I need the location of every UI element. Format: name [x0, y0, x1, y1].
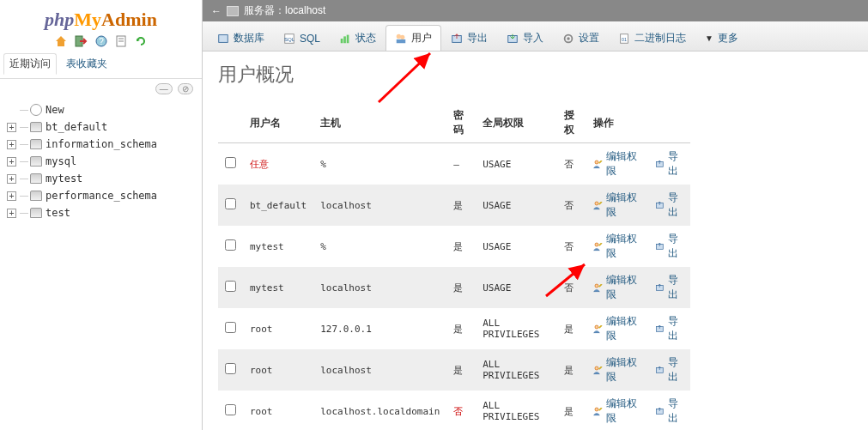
- edit-privileges-link[interactable]: 编辑权限: [606, 273, 637, 302]
- docs-icon[interactable]: [114, 34, 128, 48]
- tree-db-item[interactable]: +performance_schema: [7, 187, 195, 204]
- tab-icon: [339, 33, 351, 45]
- cell-host: %: [313, 143, 446, 185]
- db-label: mytest: [46, 173, 82, 185]
- content: 用户概况 用户名 主机 密码 全局权限 授权 操作 任意%—USAGE否编辑权限…: [203, 51, 868, 430]
- cell-grant: 否: [557, 267, 586, 308]
- row-checkbox[interactable]: [225, 198, 236, 209]
- sidebar-collapse-controls: — ⊘: [0, 79, 202, 98]
- sidebar-tab-recent[interactable]: 近期访问: [3, 53, 57, 75]
- tree-db-item[interactable]: +information_schema: [7, 136, 195, 153]
- tab-导出[interactable]: 导出: [441, 25, 497, 51]
- main-tabs: 数据库SQLSQL状态用户导出导入设置01二进制日志▼更多: [203, 21, 868, 51]
- th-global: 全局权限: [476, 103, 557, 143]
- cell-global: ALL PRIVILEGES: [476, 308, 557, 349]
- expand-icon[interactable]: +: [7, 209, 16, 218]
- table-row: rootlocalhost是ALL PRIVILEGES是编辑权限 导出: [218, 349, 690, 391]
- svg-point-18: [567, 37, 570, 40]
- query-icon[interactable]: ?: [94, 34, 108, 48]
- tab-数据库[interactable]: 数据库: [208, 25, 274, 51]
- expand-icon[interactable]: +: [7, 140, 16, 149]
- export-link[interactable]: 导出: [668, 149, 683, 179]
- tab-二进制日志[interactable]: 01二进制日志: [609, 25, 695, 51]
- database-icon: [30, 122, 42, 132]
- database-icon: [30, 208, 42, 218]
- database-icon: [30, 173, 42, 184]
- edit-privileges-link[interactable]: 编辑权限: [606, 232, 637, 261]
- collapse-minus-icon[interactable]: —: [155, 83, 173, 94]
- svg-point-27: [595, 284, 598, 288]
- tab-状态[interactable]: 状态: [330, 25, 385, 51]
- cell-user: mytest: [243, 226, 313, 267]
- logo-toolbar: ?: [0, 33, 202, 53]
- cell-action: 编辑权限 导出: [586, 226, 690, 267]
- tab-导入[interactable]: 导入: [497, 25, 553, 51]
- edit-privileges-link[interactable]: 编辑权限: [606, 191, 637, 220]
- table-header-row: 用户名 主机 密码 全局权限 授权 操作: [218, 103, 690, 143]
- row-checkbox[interactable]: [225, 239, 236, 251]
- tab-icon: [217, 33, 229, 45]
- reload-icon[interactable]: [134, 34, 148, 48]
- row-checkbox[interactable]: [225, 322, 236, 333]
- cell-host: 127.0.0.1: [313, 308, 446, 349]
- tab-icon: [451, 33, 463, 45]
- collapse-link-icon[interactable]: ⊘: [178, 83, 193, 94]
- tree-db-item[interactable]: +mysql: [7, 153, 195, 170]
- expand-icon[interactable]: +: [7, 157, 16, 167]
- cell-user: root: [243, 349, 313, 391]
- expand-icon[interactable]: +: [7, 174, 16, 184]
- cell-host: localhost: [313, 349, 446, 391]
- sidebar: phpMyAdmin ? 近期访问 表收藏夹 — ⊘ New +bt_defau…: [0, 0, 203, 430]
- export-link[interactable]: 导出: [668, 191, 683, 220]
- tab-label: SQL: [300, 33, 320, 45]
- edit-privileges-link[interactable]: 编辑权限: [606, 355, 637, 385]
- th-user: 用户名: [243, 103, 313, 143]
- expand-icon[interactable]: +: [7, 191, 16, 201]
- edit-privileges-link[interactable]: 编辑权限: [606, 397, 637, 426]
- tab-设置[interactable]: 设置: [553, 25, 609, 51]
- cell-password: 是: [446, 349, 476, 391]
- left-caret-icon[interactable]: ←: [211, 5, 222, 17]
- server-label: 服务器：localhost: [244, 3, 325, 18]
- svg-point-12: [397, 33, 401, 38]
- export-link[interactable]: 导出: [668, 355, 683, 385]
- cell-user: mytest: [243, 267, 313, 308]
- export-link[interactable]: 导出: [668, 273, 683, 302]
- expand-icon[interactable]: +: [7, 123, 16, 132]
- tab-用户[interactable]: 用户: [385, 25, 441, 51]
- cell-grant: 否: [557, 226, 586, 267]
- tab-label: 数据库: [234, 31, 264, 45]
- export-link[interactable]: 导出: [668, 314, 683, 343]
- logo-part-my: My: [74, 9, 101, 30]
- topbar: ← 服务器：localhost: [203, 0, 868, 21]
- tab-label: 二进制日志: [634, 31, 686, 45]
- tab-SQL[interactable]: SQLSQL: [274, 25, 330, 51]
- cell-password: 是: [446, 267, 476, 308]
- tree-db-item[interactable]: +bt_default: [7, 118, 195, 136]
- sidebar-tab-favorites[interactable]: 表收藏夹: [60, 53, 113, 75]
- page-title: 用户概况: [218, 62, 853, 88]
- table-row: mytest%是USAGE否编辑权限 导出: [218, 226, 690, 267]
- edit-privileges-link[interactable]: 编辑权限: [606, 149, 637, 179]
- logout-icon[interactable]: [74, 34, 88, 48]
- tree-db-item[interactable]: +test: [7, 204, 195, 221]
- home-icon[interactable]: [54, 34, 68, 48]
- svg-point-13: [400, 34, 404, 39]
- tree-new[interactable]: New: [7, 101, 195, 118]
- tab-更多[interactable]: ▼更多: [695, 25, 748, 51]
- cell-global: ALL PRIVILEGES: [476, 391, 557, 430]
- export-link[interactable]: 导出: [668, 397, 683, 426]
- db-label: performance_schema: [46, 190, 157, 202]
- export-link[interactable]: 导出: [668, 232, 683, 261]
- svg-text:?: ?: [99, 37, 104, 46]
- row-checkbox[interactable]: [225, 363, 236, 374]
- row-checkbox[interactable]: [225, 404, 236, 415]
- export-icon: [655, 282, 665, 294]
- row-checkbox[interactable]: [225, 157, 236, 168]
- tree-db-item[interactable]: +mytest: [7, 170, 195, 187]
- cell-action: 编辑权限 导出: [586, 349, 690, 391]
- row-checkbox[interactable]: [225, 281, 236, 292]
- edit-privileges-link[interactable]: 编辑权限: [606, 314, 637, 343]
- edit-user-icon: [593, 364, 603, 376]
- db-label: information_schema: [46, 138, 157, 150]
